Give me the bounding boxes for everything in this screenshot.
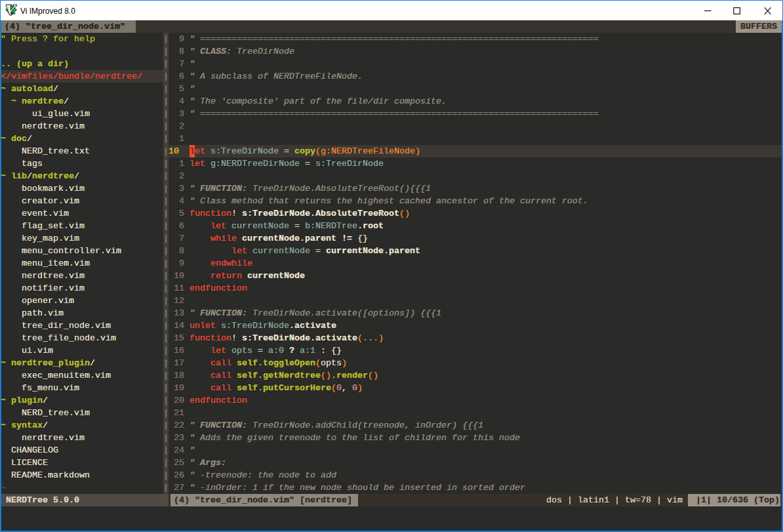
svg-text:im: im xyxy=(10,10,16,15)
